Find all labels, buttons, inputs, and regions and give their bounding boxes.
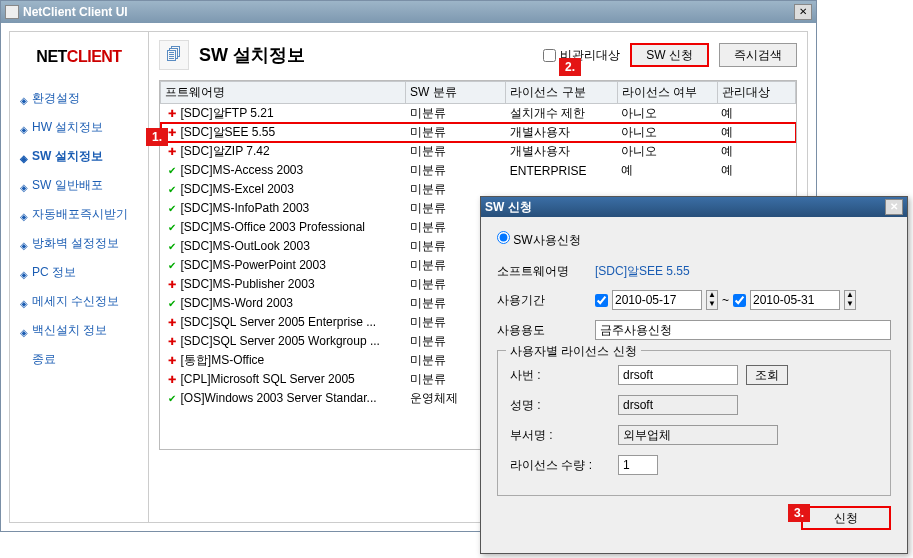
sabun-input[interactable] <box>618 365 738 385</box>
logo-pre: NET <box>36 48 67 65</box>
table-row[interactable]: ✔[SDC]MS-Access 2003미분류ENTERPRISE예예 <box>161 161 796 180</box>
sidebar-item-label: 메세지 수신정보 <box>32 293 119 310</box>
status-icon: ✔ <box>165 221 179 235</box>
status-icon: ✚ <box>165 316 179 330</box>
radio-sw-use-input[interactable] <box>497 231 510 244</box>
qty-input[interactable] <box>618 455 658 475</box>
logo: NETCLIENT <box>10 38 148 84</box>
callout-1: 1. <box>146 128 168 146</box>
sidebar-item-1[interactable]: ◈HW 설치정보 <box>10 113 148 142</box>
sidebar-item-3[interactable]: ◈SW 일반배포 <box>10 171 148 200</box>
sidebar-item-label: 방화벽 설정정보 <box>32 235 119 252</box>
unmanaged-checkbox[interactable] <box>543 49 556 62</box>
fieldset-legend: 사용자별 라이선스 신청 <box>506 343 641 360</box>
bullet-icon: ◈ <box>20 153 28 161</box>
table-row[interactable]: ✚[SDC]알ZIP 7.42미분류개별사용자아니오예 <box>161 142 796 161</box>
bullet-icon: ◈ <box>20 240 28 248</box>
label-qty: 라이선스 수량 : <box>510 457 610 474</box>
sw-request-dialog: SW 신청 ✕ SW사용신청 소프트웨어명 [SDC]알SEE 5.55 사용기… <box>480 196 908 554</box>
username-input <box>618 395 738 415</box>
sw-request-button[interactable]: SW 신청 <box>630 43 709 67</box>
date-from-input[interactable] <box>612 290 702 310</box>
label-dept: 부서명 : <box>510 427 610 444</box>
callout-2: 2. <box>559 58 581 76</box>
sidebar-item-8[interactable]: ◈백신설치 정보 <box>10 316 148 345</box>
radio-sw-use[interactable]: SW사용신청 <box>497 233 581 247</box>
table-header-cell[interactable]: 라이선스 여부 <box>617 82 717 104</box>
table-row[interactable]: ✚[SDC]알SEE 5.55미분류개별사용자아니오예 <box>161 123 796 142</box>
sidebar-item-label: 백신설치 정보 <box>32 322 107 339</box>
status-icon: ✔ <box>165 183 179 197</box>
sidebar-item-label: SW 설치정보 <box>32 148 103 165</box>
window-close-button[interactable]: ✕ <box>794 4 812 20</box>
status-icon: ✚ <box>165 145 179 159</box>
dialog-title: SW 신청 <box>485 199 532 216</box>
sidebar-item-9[interactable]: 종료 <box>10 345 148 374</box>
blank-bullet <box>20 356 28 364</box>
sidebar-item-7[interactable]: ◈메세지 수신정보 <box>10 287 148 316</box>
bullet-icon: ◈ <box>20 327 28 335</box>
label-usage: 사용용도 <box>497 322 587 339</box>
page-icon: 🗐 <box>159 40 189 70</box>
bullet-icon: ◈ <box>20 269 28 277</box>
bullet-icon: ◈ <box>20 182 28 190</box>
callout-3: 3. <box>788 504 810 522</box>
table-header-cell[interactable]: SW 분류 <box>406 82 506 104</box>
status-icon: ✔ <box>165 240 179 254</box>
bullet-icon: ◈ <box>20 298 28 306</box>
lookup-button[interactable]: 조회 <box>746 365 788 385</box>
bullet-icon: ◈ <box>20 211 28 219</box>
table-header-cell[interactable]: 관리대상 <box>717 82 795 104</box>
sidebar-item-2[interactable]: ◈SW 설치정보 <box>10 142 148 171</box>
date-from-checkbox[interactable] <box>595 294 608 307</box>
scan-now-button[interactable]: 즉시검색 <box>719 43 797 67</box>
table-header-cell[interactable]: 라이선스 구분 <box>506 82 617 104</box>
sidebar: NETCLIENT ◈환경설정◈HW 설치정보◈SW 설치정보◈SW 일반배포◈… <box>9 31 149 523</box>
titlebar: NetClient Client UI ✕ <box>1 1 816 23</box>
table-header-cell[interactable]: 프트웨어명 <box>161 82 406 104</box>
value-swname: [SDC]알SEE 5.55 <box>595 263 690 280</box>
window-title: NetClient Client UI <box>23 5 128 19</box>
status-icon: ✚ <box>165 278 179 292</box>
logo-accent: CLIENT <box>67 48 122 65</box>
dept-input <box>618 425 778 445</box>
status-icon: ✚ <box>165 354 179 368</box>
sidebar-item-4[interactable]: ◈자동배포즉시받기 <box>10 200 148 229</box>
sidebar-item-6[interactable]: ◈PC 정보 <box>10 258 148 287</box>
sidebar-item-label: 자동배포즉시받기 <box>32 206 128 223</box>
date-from-spinner[interactable]: ▲▼ <box>706 290 718 310</box>
sidebar-item-label: PC 정보 <box>32 264 76 281</box>
usage-input[interactable] <box>595 320 891 340</box>
status-icon: ✔ <box>165 392 179 406</box>
submit-button[interactable]: 신청 <box>801 506 891 530</box>
bullet-icon: ◈ <box>20 95 28 103</box>
dialog-titlebar: SW 신청 ✕ <box>481 197 907 217</box>
sidebar-item-label: SW 일반배포 <box>32 177 103 194</box>
bullet-icon: ◈ <box>20 124 28 132</box>
status-icon: ✚ <box>165 107 179 121</box>
dialog-close-button[interactable]: ✕ <box>885 199 903 215</box>
status-icon: ✚ <box>165 335 179 349</box>
table-row[interactable]: ✚[SDC]알FTP 5.21미분류설치개수 제한아니오예 <box>161 104 796 124</box>
label-username: 성명 : <box>510 397 610 414</box>
sidebar-item-5[interactable]: ◈방화벽 설정정보 <box>10 229 148 258</box>
app-icon <box>5 5 19 19</box>
status-icon: ✔ <box>165 297 179 311</box>
sidebar-item-label: HW 설치정보 <box>32 119 103 136</box>
status-icon: ✚ <box>165 373 179 387</box>
sidebar-item-label: 종료 <box>32 351 56 368</box>
unmanaged-checkbox-label[interactable]: 비관리대상 <box>543 47 620 64</box>
status-icon: ✔ <box>165 259 179 273</box>
date-to-input[interactable] <box>750 290 840 310</box>
sidebar-item-label: 환경설정 <box>32 90 80 107</box>
date-to-spinner[interactable]: ▲▼ <box>844 290 856 310</box>
sidebar-item-0[interactable]: ◈환경설정 <box>10 84 148 113</box>
page-title: SW 설치정보 <box>199 43 305 67</box>
user-license-fieldset: 사용자별 라이선스 신청 사번 : 조회 성명 : 부서명 : 라이선스 수량 … <box>497 350 891 496</box>
status-icon: ✔ <box>165 202 179 216</box>
date-to-checkbox[interactable] <box>733 294 746 307</box>
label-period: 사용기간 <box>497 292 587 309</box>
label-swname: 소프트웨어명 <box>497 263 587 280</box>
label-sabun: 사번 : <box>510 367 610 384</box>
status-icon: ✔ <box>165 164 179 178</box>
